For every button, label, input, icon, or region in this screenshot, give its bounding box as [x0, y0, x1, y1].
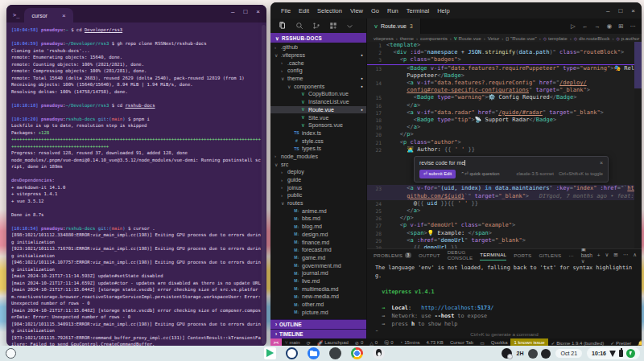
close-icon[interactable]: ×: [631, 7, 635, 14]
tree-item-bbs-md[interactable]: M↓bbs.md: [270, 215, 366, 223]
more-actions-icon[interactable]: ⋯: [630, 23, 637, 30]
1password-icon[interactable]: [286, 347, 298, 359]
tree-item-public[interactable]: ›public: [270, 191, 366, 199]
new-terminal-icon[interactable]: +: [597, 252, 601, 258]
split-terminal-icon[interactable]: ⊞: [613, 252, 617, 258]
split-editor-icon[interactable]: ⊞: [618, 23, 623, 30]
tab-route-vue[interactable]: V Route.vue 3: [367, 18, 421, 34]
tree-item-src[interactable]: ∨src: [270, 160, 366, 168]
tree-item-theme[interactable]: ∨theme●: [270, 75, 366, 83]
breadcrumb-item[interactable]: ◇p.author: [616, 35, 639, 41]
maximize-icon[interactable]: □: [618, 7, 622, 14]
tree-item-anime-md[interactable]: M↓anime.md: [270, 207, 366, 215]
maximize-panel-icon[interactable]: ∧: [633, 252, 637, 258]
terminal-output[interactable]: [10:04:58] pseudoyu:~ $ cd Developer/rss…: [6, 23, 266, 347]
tree-item-forecast-md[interactable]: M↓forecast.md: [270, 246, 366, 254]
tree-item-types-ts[interactable]: TStypes.ts: [270, 145, 366, 153]
tree-item--vitepress[interactable]: ∨.vitepress●: [270, 51, 366, 59]
panel-tab-gitlens[interactable]: GITLENS: [539, 249, 561, 260]
minimap-slider[interactable]: [634, 42, 642, 88]
breadcrumb-item[interactable]: Vetur: [488, 35, 499, 41]
tree-item-style-css[interactable]: #style.css: [270, 137, 366, 145]
tree-item-components[interactable]: ∨components●: [270, 82, 366, 90]
tree-item-multimedia-md[interactable]: M↓multimedia.md: [270, 285, 366, 293]
explorer-header[interactable]: ∨ RSSHUB-DOCS: [270, 33, 366, 43]
timeline-section[interactable]: › TIMELINE: [270, 329, 366, 338]
menu-terminal[interactable]: Terminal: [402, 7, 433, 14]
tree-item-route-vue[interactable]: VRoute.vue●: [270, 106, 366, 114]
chevron-down-icon[interactable]: [346, 23, 353, 30]
tree-item-routes[interactable]: ∨routes: [270, 199, 366, 207]
panel-tab-terminal[interactable]: TERMINAL: [480, 249, 506, 260]
breadcrumb-item[interactable]: ◇div.routeBlock: [574, 35, 610, 41]
notification-dot[interactable]: [541, 349, 551, 359]
more-icon[interactable]: ⋯: [623, 252, 629, 258]
date-pill[interactable]: Oct 21: [555, 349, 582, 358]
files-icon[interactable]: [279, 22, 287, 30]
inline-chat-close-icon[interactable]: ×: [600, 159, 603, 166]
breadcrumb-item[interactable]: VRoute.vue: [454, 35, 481, 41]
minimize-icon[interactable]: –: [606, 7, 609, 14]
tree-item-config[interactable]: ›config: [270, 67, 366, 75]
breadcrumb-item[interactable]: ◇template: [543, 35, 568, 41]
terminal-dropdown-icon[interactable]: ∨: [605, 252, 609, 258]
files-icon[interactable]: [308, 347, 320, 359]
breadcrumb-item[interactable]: components: [420, 35, 448, 41]
menu-help[interactable]: Help: [433, 7, 453, 14]
notification-dot[interactable]: [528, 349, 538, 359]
tree-item--github[interactable]: ›.github: [270, 43, 366, 51]
code-editor[interactable]: 1<template>2 <div :id="namespace + JSON.…: [367, 42, 642, 248]
breadcrumb[interactable]: vitepress›theme›components›VRoute.vue›Ve…: [367, 34, 642, 42]
tree-item-index-ts[interactable]: TSindex.ts: [270, 129, 366, 137]
tree-item-new-media-md[interactable]: M↓new-media.md: [270, 293, 366, 301]
tree-item-node-modules[interactable]: ›node_modules: [270, 153, 366, 161]
tree-item-instancelist-vue[interactable]: VInstanceList.vue: [270, 98, 366, 106]
panel-tab-debug-console[interactable]: DEBUG CONSOLE: [448, 249, 473, 260]
minimap[interactable]: [634, 42, 642, 248]
cursor-app-icon[interactable]: [502, 348, 512, 359]
maximize-icon[interactable]: □: [243, 8, 247, 15]
tree-item--cache[interactable]: ›.cache: [270, 59, 366, 67]
tree-item-finance-md[interactable]: M↓finance.md: [270, 238, 366, 246]
menu-view[interactable]: View: [346, 7, 367, 14]
tree-item-joinus[interactable]: ›joinus: [270, 183, 366, 191]
terminal-scrollbar[interactable]: [262, 25, 266, 344]
tree-item-guide[interactable]: ›guide: [270, 176, 366, 184]
menu-file[interactable]: File: [277, 7, 295, 14]
outline-section[interactable]: › OUTLINE: [270, 319, 366, 329]
source-control-icon[interactable]: [312, 22, 320, 30]
minimize-icon[interactable]: –: [231, 8, 234, 15]
linux-penguin-icon[interactable]: [373, 347, 385, 359]
breadcrumb-item[interactable]: {}"Route.vue": [506, 35, 536, 41]
back-icon[interactable]: ←: [582, 23, 588, 30]
submit-edit-button[interactable]: ⏎ submit Edit: [419, 170, 456, 178]
play-store-icon[interactable]: [264, 347, 276, 359]
run-circle-icon[interactable]: ◉: [607, 23, 613, 30]
search-icon[interactable]: [295, 22, 303, 30]
breadcrumb-item[interactable]: theme: [400, 35, 414, 41]
panel-tab-output[interactable]: OUTPUT: [419, 249, 440, 260]
menu-selection[interactable]: Selection: [313, 7, 346, 14]
tree-item-site-vue[interactable]: VSite.vue: [270, 113, 366, 121]
extensions-icon[interactable]: [329, 22, 337, 30]
menu-go[interactable]: Go: [367, 7, 383, 14]
status-area[interactable]: 10:16: [587, 347, 640, 359]
quick-question-hint[interactable]: ⌃⏎ quick question: [460, 170, 499, 178]
tree-item-government-md[interactable]: M↓government.md: [270, 261, 366, 269]
tree-item-picture-md[interactable]: M↓picture.md: [270, 308, 366, 316]
menu-edit[interactable]: Edit: [295, 7, 313, 14]
tree-item-design-md[interactable]: M↓design.md: [270, 231, 366, 239]
panel-tab-problems[interactable]: PROBLEMS3: [374, 249, 411, 260]
tree-item-journal-md[interactable]: M↓journal.md: [270, 269, 366, 277]
panel-tab-ports[interactable]: PORTS: [514, 249, 531, 260]
tree-item-live-md[interactable]: M↓live.md: [270, 277, 366, 285]
launcher-button[interactable]: [6, 348, 16, 359]
tree-item-game-md[interactable]: M↓game.md: [270, 254, 366, 262]
chrome-icon[interactable]: [351, 347, 363, 359]
tab-close-icon[interactable]: ×: [62, 12, 66, 19]
integrated-terminal[interactable]: The language 'env' is not loaded, fallin…: [367, 260, 642, 331]
inline-chat-input[interactable]: revise code for me: [419, 159, 464, 166]
forward-icon[interactable]: →: [594, 23, 601, 30]
menu-run[interactable]: Run: [383, 7, 402, 14]
run-icon[interactable]: ▷: [571, 23, 576, 30]
